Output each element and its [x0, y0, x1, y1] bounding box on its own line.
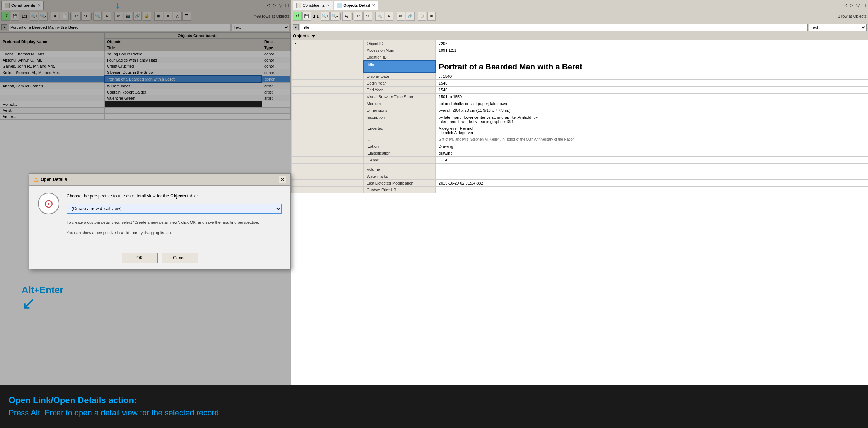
- field-label-location: Location ID: [364, 54, 436, 61]
- right-print-btn[interactable]: 🖨: [342, 12, 351, 21]
- right-filter-bar: ▼ Text Number Date: [291, 22, 868, 32]
- field-label-volume: Volume: [364, 166, 436, 173]
- detail-container: • Object ID 72069 Accession Num 1991.12.…: [291, 40, 868, 385]
- field-value-displaydate: c. 1540: [436, 73, 868, 80]
- right-align-btn[interactable]: ≡: [427, 12, 436, 21]
- field-value-title: Portrait of a Bearded Man with a Beret: [436, 61, 868, 73]
- right-zoom-label: 1:1: [312, 14, 320, 18]
- field-label-dimensions: Dimensions: [364, 107, 436, 114]
- field-label-watermarks: Watermarks: [364, 173, 436, 180]
- field-value-empty: [436, 164, 868, 166]
- field-label-medium: Medium: [364, 100, 436, 107]
- modal-close-button[interactable]: ✕: [279, 176, 286, 183]
- detail-row-location[interactable]: Location ID: [292, 54, 868, 61]
- field-label-lastmod: Last Detected Modification: [364, 180, 436, 187]
- hint2-end: a sidebar by dragging its tab.: [120, 231, 172, 235]
- empty-b14: [292, 150, 364, 157]
- detail-row-ation[interactable]: ...ation Drawing: [292, 143, 868, 150]
- field-value-medium: colored chalks on laid paper; laid down: [436, 100, 868, 107]
- detail-row-medium[interactable]: Medium colored chalks on laid paper; lai…: [292, 100, 868, 107]
- right-tab-icon-constituents: [296, 3, 301, 8]
- right-save-btn[interactable]: 💾: [302, 12, 311, 21]
- modal-icon-area: ⊙ Choose the perspective to use as a det…: [38, 193, 282, 236]
- ok-button[interactable]: OK: [122, 253, 158, 263]
- field-value-dimensions: overall: 29.4 x 20 cm (11 9/16 x 7 7/8 i…: [436, 107, 868, 114]
- right-link-btn[interactable]: 🔗: [406, 12, 415, 21]
- empty-b10: [292, 114, 364, 125]
- right-nav-maximize[interactable]: □: [862, 3, 867, 8]
- field-value-beginyear: 1540: [436, 80, 868, 87]
- warning-icon: ⚠: [33, 176, 39, 183]
- field-label-inscription: Inscription: [364, 114, 436, 125]
- bottom-line2: Press Alt+Enter to open a detail view fo…: [9, 408, 859, 418]
- right-sep4: [395, 13, 395, 20]
- bottom-annotation-bar: Open Link/Open Details action: Press Alt…: [0, 385, 868, 428]
- left-panel: ↓ Constituents ✕ < > ▽ □ ↺ 💾 1:1 🔍+ 🔍- 🖨: [0, 0, 291, 385]
- cancel-button[interactable]: Cancel: [162, 253, 198, 263]
- right-undo-btn[interactable]: ↩: [354, 12, 363, 21]
- detail-row-converted[interactable]: ...nverted Aldegrever, HeinrichHeinrich …: [292, 125, 868, 136]
- right-tab-constituents[interactable]: Constituents ✕: [293, 1, 333, 10]
- right-tab-close-objects[interactable]: ✕: [372, 4, 375, 8]
- detail-row-volume[interactable]: Volume: [292, 166, 868, 173]
- right-redo-btn[interactable]: ↪: [363, 12, 372, 21]
- detail-row-accession[interactable]: Accession Num 1991.12.1: [292, 47, 868, 54]
- right-zoom-out-btn[interactable]: 🔍-: [330, 12, 339, 21]
- perspective-select[interactable]: (Create a new detail view): [67, 204, 282, 214]
- empty-b12: [292, 136, 364, 143]
- detail-row-timespan[interactable]: Visual Browser Time Span 1501 to 1550: [292, 94, 868, 100]
- field-value-inscription: by later hand, lower center verso in gra…: [436, 114, 868, 125]
- detail-row-lastmod[interactable]: Last Detected Modification 2019-10-29 02…: [292, 180, 868, 187]
- right-nav-prev[interactable]: <: [844, 3, 848, 8]
- objects-section-header: Objects ▼: [291, 32, 868, 40]
- field-value-watermarks: [436, 173, 868, 180]
- detail-row-empty: [292, 164, 868, 166]
- empty-b19: [292, 180, 364, 187]
- empty-b5: [292, 80, 364, 87]
- detail-row-dimensions[interactable]: Dimensions overall: 29.4 x 20 cm (11 9/1…: [292, 107, 868, 114]
- empty-b9: [292, 107, 364, 114]
- right-refresh-btn[interactable]: ↺: [293, 12, 302, 21]
- empty-b20: [292, 187, 364, 193]
- detail-row-endyear[interactable]: End Year 1540: [292, 87, 868, 94]
- detail-row-watermarks[interactable]: Watermarks: [292, 173, 868, 180]
- right-tab-close-constituents[interactable]: ✕: [327, 4, 330, 8]
- right-nav-next[interactable]: >: [849, 3, 854, 8]
- detail-row-classification[interactable]: ...lassification drawing: [292, 150, 868, 157]
- detail-row-printurl[interactable]: Custom Print URL: [292, 187, 868, 193]
- modal-main-icon: ⊙: [38, 193, 59, 214]
- right-tab-objects-detail[interactable]: Objects Detail ✕: [334, 1, 378, 10]
- field-label-classification: ...lassification: [364, 150, 436, 157]
- field-value-abbr: CG-E: [436, 157, 868, 164]
- filter-type-right[interactable]: Text Number Date: [809, 24, 867, 31]
- detail-row-abbr[interactable]: ...Abbr CG-E: [292, 157, 868, 164]
- right-nav-dropdown[interactable]: ▽: [855, 3, 861, 8]
- modal-title: Open Details: [41, 177, 67, 182]
- right-grid-btn[interactable]: ⊞: [418, 12, 426, 21]
- right-filter-icon: ▼: [293, 24, 299, 30]
- right-find-btn[interactable]: 🔍: [375, 12, 384, 21]
- right-sep1: [340, 13, 341, 20]
- field-value-printurl: [436, 187, 868, 193]
- right-edit-btn[interactable]: ✏: [397, 12, 405, 21]
- field-label-empty: [364, 164, 436, 166]
- field-label-timespan: Visual Browser Time Span: [364, 94, 436, 100]
- detail-row-gift[interactable]: ... Gift of Mr. and Mrs. Stephen M. Kell…: [292, 136, 868, 143]
- filter-input-right[interactable]: [300, 24, 808, 31]
- detail-row-displaydate[interactable]: Display Date c. 1540: [292, 73, 868, 80]
- right-tab-bar: Constituents ✕ Objects Detail ✕ < > ▽ □: [291, 0, 868, 10]
- empty-bullet2: [292, 54, 364, 61]
- field-value-endyear: 1540: [436, 87, 868, 94]
- empty-b8: [292, 100, 364, 107]
- empty-bullet: [292, 47, 364, 54]
- right-clear-btn[interactable]: ✕: [385, 12, 393, 21]
- hint2-link[interactable]: in: [117, 231, 120, 235]
- detail-row-beginyear[interactable]: Begin Year 1540: [292, 80, 868, 87]
- right-zoom-in-btn[interactable]: 🔍+: [321, 12, 330, 21]
- icon-symbol: ⊙: [44, 197, 54, 210]
- detail-row-title[interactable]: Title Portrait of a Bearded Man with a B…: [292, 61, 868, 73]
- section-header-label: Objects: [293, 33, 309, 38]
- right-sep3: [374, 13, 374, 20]
- right-tab-nav: < > ▽ □: [844, 3, 867, 8]
- detail-row-inscription[interactable]: Inscription by later hand, lower center …: [292, 114, 868, 125]
